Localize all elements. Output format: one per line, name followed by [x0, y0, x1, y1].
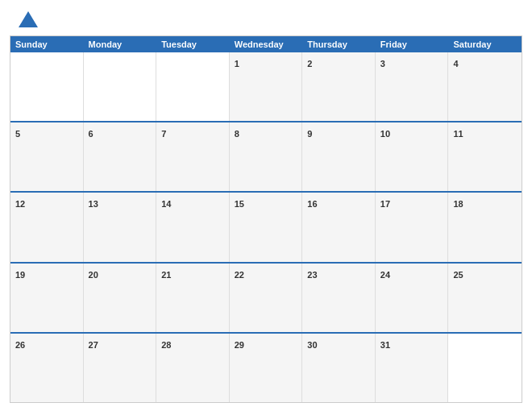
day-cell: [448, 334, 522, 402]
day-cell: 16: [302, 193, 376, 261]
header: [0, 0, 532, 35]
week-row: 19202122232425: [10, 262, 522, 332]
day-number: 3: [380, 59, 385, 68]
day-number: 17: [380, 199, 390, 209]
day-cell: 29: [230, 334, 303, 402]
day-number: 16: [307, 199, 317, 209]
day-cell: 21: [156, 264, 230, 332]
day-cell: [10, 52, 84, 121]
day-number: 15: [235, 199, 244, 209]
day-cell: 5: [10, 122, 84, 191]
day-cell: 22: [230, 264, 303, 332]
day-number: 9: [307, 129, 312, 139]
day-number: 13: [89, 199, 98, 209]
day-number: 12: [15, 199, 25, 209]
day-cell: 19: [10, 264, 84, 332]
day-cell: 2: [302, 52, 376, 121]
day-number: 21: [161, 270, 171, 280]
day-header: Wednesday: [230, 36, 303, 52]
day-cell: 26: [10, 334, 84, 402]
day-cell: 14: [156, 193, 230, 261]
day-number: 2: [307, 59, 312, 68]
day-cell: 30: [302, 334, 376, 402]
day-number: 24: [380, 270, 390, 280]
week-row: 1234: [10, 52, 522, 121]
day-number: 30: [307, 340, 317, 350]
day-header: Tuesday: [156, 36, 230, 52]
day-number: 4: [453, 59, 458, 68]
day-cell: 17: [376, 193, 449, 261]
day-number: 27: [89, 340, 98, 350]
day-header: Monday: [84, 36, 157, 52]
day-cell: 4: [448, 52, 522, 121]
day-cell: 9: [302, 122, 376, 191]
day-number: 14: [161, 199, 171, 209]
day-number: 20: [89, 270, 98, 280]
day-header: Sunday: [10, 36, 84, 52]
calendar: SundayMondayTuesdayWednesdayThursdayFrid…: [10, 35, 522, 403]
week-row: 262728293031: [10, 332, 522, 402]
day-headers: SundayMondayTuesdayWednesdayThursdayFrid…: [10, 36, 522, 52]
day-number: 1: [235, 59, 239, 68]
day-number: 8: [235, 129, 239, 139]
day-cell: 13: [84, 193, 157, 261]
day-cell: 11: [448, 122, 522, 191]
day-header: Saturday: [448, 36, 522, 52]
day-number: 11: [453, 129, 463, 139]
day-number: 22: [235, 270, 244, 280]
day-number: 10: [380, 129, 390, 139]
day-cell: 8: [230, 122, 303, 191]
day-cell: 23: [302, 264, 376, 332]
day-cell: 31: [376, 334, 449, 402]
day-cell: [156, 52, 230, 121]
day-cell: 20: [84, 264, 157, 332]
day-cell: 24: [376, 264, 449, 332]
day-number: 31: [380, 340, 390, 350]
day-header: Friday: [376, 36, 449, 52]
day-number: 19: [15, 270, 25, 280]
day-cell: 3: [376, 52, 449, 121]
day-cell: 6: [84, 122, 157, 191]
weeks: 1234567891011121314151617181920212223242…: [10, 52, 522, 402]
logo-icon: [17, 8, 39, 31]
calendar-page: SundayMondayTuesdayWednesdayThursdayFrid…: [0, 0, 532, 411]
day-number: 7: [161, 129, 166, 139]
week-row: 12131415161718: [10, 191, 522, 261]
logo: [15, 8, 39, 31]
svg-marker-0: [19, 11, 38, 27]
day-number: 5: [15, 129, 20, 139]
day-cell: 28: [156, 334, 230, 402]
day-header: Thursday: [302, 36, 376, 52]
day-number: 29: [235, 340, 244, 350]
day-cell: 1: [230, 52, 303, 121]
day-cell: 12: [10, 193, 84, 261]
day-number: 6: [89, 129, 94, 139]
day-cell: 10: [376, 122, 449, 191]
week-row: 567891011: [10, 121, 522, 191]
day-cell: 15: [230, 193, 303, 261]
day-cell: 7: [156, 122, 230, 191]
day-cell: 18: [448, 193, 522, 261]
day-number: 25: [453, 270, 463, 280]
day-number: 28: [161, 340, 171, 350]
day-number: 18: [453, 199, 463, 209]
day-number: 26: [15, 340, 25, 350]
day-number: 23: [307, 270, 317, 280]
day-cell: 25: [448, 264, 522, 332]
day-cell: [84, 52, 157, 121]
day-cell: 27: [84, 334, 157, 402]
